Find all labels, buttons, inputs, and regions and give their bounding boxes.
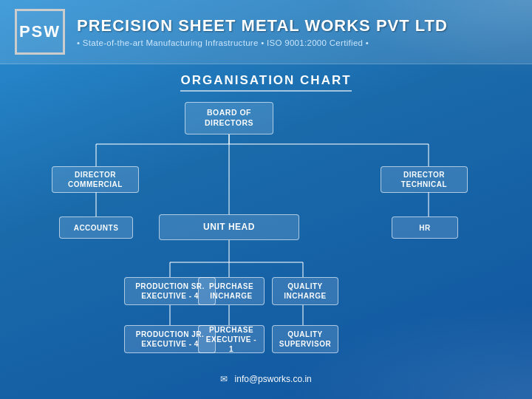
page-title-wrap: ORGANISATION CHART [0, 64, 532, 96]
footer: ✉ info@psworks.co.in [0, 369, 532, 389]
node-director-commercial: DIRECTOR COMMERCIAL [52, 166, 139, 193]
logo: PSW [19, 22, 61, 41]
header: PSW PRECISION SHEET METAL WORKS PVT LTD … [0, 0, 532, 64]
node-purchase-incharge: PURCHASE INCHARGE [198, 277, 265, 305]
node-director-technical: DIRECTOR TECHNICAL [381, 166, 468, 193]
node-unit-head: UNIT HEAD [159, 214, 299, 240]
company-tagline: • State-of-the-art Manufacturing Infrast… [77, 38, 448, 47]
company-name: PRECISION SHEET METAL WORKS PVT LTD [77, 16, 448, 35]
node-hr: HR [392, 216, 458, 239]
node-accounts: ACCOUNTS [59, 216, 133, 239]
node-board: BOARD OF DIRECTORS [185, 102, 273, 134]
logo-box: PSW [15, 9, 65, 55]
page-title: ORGANISATION CHART [180, 73, 351, 92]
email-icon: ✉ [220, 374, 228, 384]
footer-email: info@psworks.co.in [235, 374, 312, 384]
node-quality-supervisor: QUALITY SUPERVISOR [272, 325, 338, 353]
node-purchase-exec: PURCHASE EXECUTIVE - 1 [198, 325, 265, 353]
node-quality-incharge: QUALITY INCHARGE [272, 277, 338, 305]
company-info: PRECISION SHEET METAL WORKS PVT LTD • St… [77, 16, 448, 47]
org-chart: BOARD OF DIRECTORS DIRECTOR COMMERCIAL D… [15, 96, 517, 369]
